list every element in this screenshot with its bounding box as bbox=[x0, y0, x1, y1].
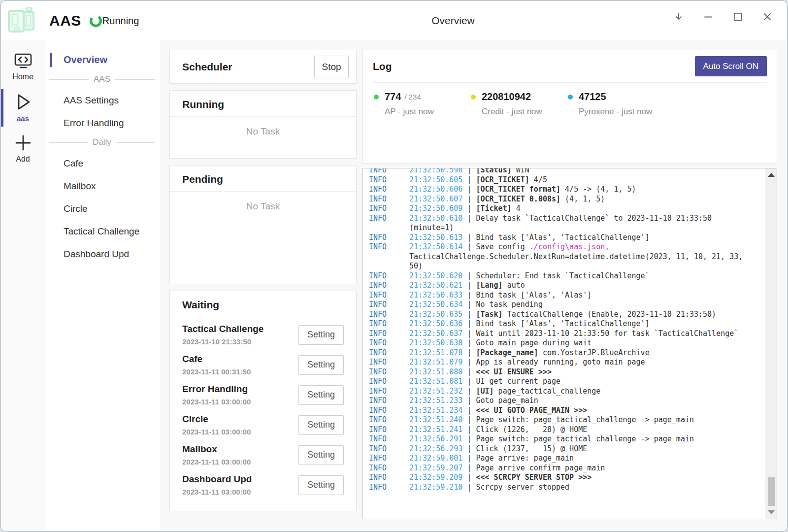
waiting-list: Tactical Challenge2023-11-10 21:33:50Set… bbox=[170, 317, 356, 496]
waiting-item: Tactical Challenge2023-11-10 21:33:50Set… bbox=[182, 324, 344, 346]
stat-label: Pyroxene - just now bbox=[579, 107, 665, 117]
rail-item-aas[interactable]: aas bbox=[1, 87, 45, 129]
minimize-icon[interactable] bbox=[701, 9, 715, 25]
log-card-header: Log Auto Scroll ON bbox=[373, 50, 767, 83]
log-line: INFO21:32:51.080 | <<< UI ENSURE >>> bbox=[369, 367, 774, 377]
stat-top-row: 774/ 234 bbox=[374, 91, 471, 102]
log-time: 21:32:50.638 bbox=[409, 338, 462, 347]
setting-button[interactable]: Setting bbox=[298, 355, 344, 375]
log-card: Log Auto Scroll ON 774/ 234AP - just now… bbox=[362, 50, 777, 164]
log-level: INFO bbox=[369, 195, 409, 204]
nav-item-aas-settings[interactable]: AAS Settings bbox=[45, 92, 161, 109]
log-text-segment: [Task] bbox=[476, 310, 502, 319]
nav-item-tactical-challenge[interactable]: Tactical Challenge bbox=[45, 223, 161, 240]
log-title: Log bbox=[373, 61, 392, 72]
waiting-task-time: 2023-11-11 03:00:00 bbox=[182, 458, 298, 466]
log-text-segment: [UI] bbox=[476, 387, 493, 396]
log-text-segment: Scheduler: End task `TacticalChallenge` bbox=[476, 271, 649, 280]
log-level: INFO bbox=[369, 348, 409, 358]
close-icon[interactable] bbox=[760, 9, 774, 25]
setting-button[interactable]: Setting bbox=[298, 475, 344, 495]
log-text-segment: Save config bbox=[476, 242, 529, 251]
log-message: 21:32:59.001 | Page arrive: page_main bbox=[409, 454, 744, 464]
log-line: INFO21:32:50.634 | No task pending bbox=[369, 300, 774, 310]
log-separator: | bbox=[462, 329, 476, 338]
log-level: INFO bbox=[369, 396, 409, 406]
log-time: 21:32:51.240 bbox=[409, 415, 462, 424]
rail-item-label: Add bbox=[16, 155, 30, 164]
pending-title: Pending bbox=[182, 173, 223, 185]
log-separator: | bbox=[462, 483, 476, 492]
stop-button[interactable]: Stop bbox=[314, 56, 349, 78]
waiting-item: Circle2023-11-11 03:00:00Setting bbox=[182, 414, 344, 436]
log-line: INFO21:32:50.636 | Bind task ['Alas', 'T… bbox=[369, 319, 774, 329]
log-separator: | bbox=[462, 358, 476, 366]
waiting-task-time: 2023-11-10 21:33:50 bbox=[182, 337, 298, 346]
log-separator: | bbox=[462, 204, 476, 213]
log-separator: | bbox=[462, 367, 476, 376]
rail-item-add[interactable]: Add bbox=[1, 129, 45, 169]
download-icon[interactable] bbox=[672, 9, 686, 25]
log-message: 21:32:50.638 | Goto main page during wai… bbox=[409, 338, 744, 348]
maximize-icon[interactable] bbox=[731, 9, 745, 25]
log-text-segment: [Package_name] bbox=[476, 348, 538, 357]
nav-item-cafe[interactable]: Cafe bbox=[45, 155, 161, 172]
running-spinner-icon bbox=[89, 14, 102, 28]
log-line: INFO21:32:50.620 | Scheduler: End task `… bbox=[369, 271, 774, 281]
waiting-task-name: Dashboard Upd bbox=[182, 474, 298, 485]
log-separator: | bbox=[462, 396, 476, 405]
auto-scroll-toggle[interactable]: Auto Scroll ON bbox=[695, 56, 767, 76]
nav-item-error-handling[interactable]: Error Handling bbox=[45, 115, 161, 132]
log-separator: | bbox=[462, 454, 476, 463]
setting-button[interactable]: Setting bbox=[298, 325, 344, 345]
nav-item-circle[interactable]: Circle bbox=[45, 200, 161, 217]
scroll-up-arrow-icon[interactable] bbox=[765, 173, 777, 177]
log-text-segment: (4, 1, 5) bbox=[560, 195, 605, 203]
log-scrollbar[interactable] bbox=[765, 168, 777, 519]
log-text-segment: [OCR_TICKET] bbox=[476, 175, 529, 184]
setting-button[interactable]: Setting bbox=[298, 385, 344, 405]
nav-section-daily: Daily bbox=[49, 137, 155, 147]
setting-button[interactable]: Setting bbox=[298, 445, 344, 465]
log-time: 21:32:51.079 bbox=[409, 358, 462, 366]
nav-item-dashboard-upd[interactable]: Dashboard Upd bbox=[45, 246, 161, 263]
stat-value: 774 bbox=[385, 91, 401, 102]
log-separator: | bbox=[462, 319, 476, 328]
log-separator: | bbox=[462, 415, 476, 424]
log-time: 21:32:50.636 bbox=[409, 319, 462, 328]
log-text-segment: WIN bbox=[512, 168, 529, 174]
log-message: 21:32:59.210 | Scrcpy server stopped bbox=[409, 483, 744, 493]
waiting-item: Error Handling2023-11-11 03:00:00Setting bbox=[182, 384, 344, 406]
log-text-segment: ./config\aas.json, bbox=[529, 242, 610, 251]
log-message: 21:32:50.621 | [Lang] auto bbox=[409, 281, 744, 291]
stat-total: / 234 bbox=[404, 93, 421, 101]
log-text-segment: Wait until 2023-11-10 21:33:50 for task … bbox=[476, 329, 738, 338]
log-message: 21:32:51.234 | <<< UI GOTO PAGE_MAIN >>> bbox=[409, 406, 744, 416]
log-text-segment: [Ticket] bbox=[476, 204, 511, 213]
waiting-card-header: Waiting bbox=[170, 291, 356, 317]
scroll-down-arrow-icon[interactable] bbox=[765, 510, 777, 514]
log-level: INFO bbox=[369, 338, 409, 348]
nav-item-mailbox[interactable]: Mailbox bbox=[45, 178, 161, 195]
log-text-segment: page_tactical_challenge bbox=[494, 387, 601, 396]
log-level: INFO bbox=[369, 329, 409, 339]
log-message: 21:32:51.233 | Goto page_main bbox=[409, 396, 744, 406]
plus-icon bbox=[13, 133, 33, 152]
log-text-segment: Bind task ['Alas', 'TacticalChallenge'] bbox=[476, 319, 649, 328]
running-card: Running No Task bbox=[169, 90, 357, 159]
log-text-segment: Bind task ['Alas', 'Alas'] bbox=[476, 291, 591, 299]
setting-button[interactable]: Setting bbox=[298, 415, 344, 435]
waiting-task-name: Circle bbox=[182, 414, 298, 425]
log-text-segment: 4/5 bbox=[529, 175, 547, 184]
rail-item-home[interactable]: Home bbox=[1, 47, 45, 87]
nav-item-overview[interactable]: Overview bbox=[45, 51, 161, 68]
log-line: INFO21:32:50.633 | Bind task ['Alas', 'A… bbox=[369, 291, 774, 300]
log-level: INFO bbox=[369, 387, 409, 397]
pending-card-header: Pending bbox=[170, 166, 356, 192]
scrollbar-thumb[interactable] bbox=[768, 477, 775, 506]
log-message: 21:32:51.081 | UI get current page bbox=[409, 377, 744, 387]
nav-section-aas: AAS bbox=[49, 74, 155, 84]
log-text-segment: Click (1237, 15) @ HOME bbox=[476, 444, 587, 453]
log-text-segment: App is already running, goto main page bbox=[476, 358, 645, 366]
log-line: INFO21:32:50.607 | [OCR_TICKET 0.008s] (… bbox=[369, 195, 774, 204]
